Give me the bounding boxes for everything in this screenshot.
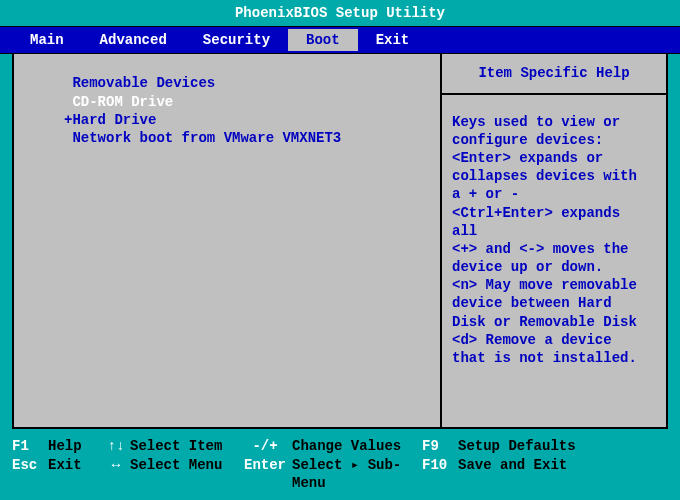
help-title: Item Specific Help xyxy=(442,54,666,94)
label-select-submenu: Select ▸ Sub-Menu xyxy=(292,456,422,492)
tab-exit[interactable]: Exit xyxy=(358,29,428,51)
label-change-values: Change Values xyxy=(292,437,422,455)
arrow-leftright-icon: ↔ xyxy=(102,456,130,474)
bios-setup-window: PhoenixBIOS Setup Utility Main Advanced … xyxy=(0,0,680,500)
boot-item-removable[interactable]: Removable Devices xyxy=(64,74,430,92)
label-setup-defaults: Setup Defaults xyxy=(458,437,668,455)
key-minus-plus: -/+ xyxy=(238,437,292,455)
tab-security[interactable]: Security xyxy=(185,29,288,51)
key-f9[interactable]: F9 xyxy=(422,437,458,455)
footer-help-bar: F1 Help ↑↓ Select Item -/+ Change Values… xyxy=(0,433,680,500)
key-enter: Enter xyxy=(238,456,292,474)
help-body: Keys used to view or configure devices: … xyxy=(442,95,666,386)
label-select-menu: Select Menu xyxy=(130,456,238,474)
footer-row-2: Esc Exit ↔ Select Menu Enter Select ▸ Su… xyxy=(12,456,668,492)
boot-item-hard-drive[interactable]: +Hard Drive xyxy=(64,111,430,129)
app-title: PhoenixBIOS Setup Utility xyxy=(235,5,445,21)
label-save-exit: Save and Exit xyxy=(458,456,668,474)
boot-order-panel: Removable Devices CD-ROM Drive +Hard Dri… xyxy=(14,54,442,427)
footer-row-1: F1 Help ↑↓ Select Item -/+ Change Values… xyxy=(12,437,668,455)
key-esc[interactable]: Esc xyxy=(12,456,48,474)
key-f1[interactable]: F1 xyxy=(12,437,48,455)
main-area: Removable Devices CD-ROM Drive +Hard Dri… xyxy=(12,54,668,429)
label-help: Help xyxy=(48,437,102,455)
tab-advanced[interactable]: Advanced xyxy=(82,29,185,51)
help-panel: Item Specific Help Keys used to view or … xyxy=(442,54,666,427)
arrow-updown-icon: ↑↓ xyxy=(102,437,130,455)
key-f10[interactable]: F10 xyxy=(422,456,458,474)
label-select-item: Select Item xyxy=(130,437,238,455)
menu-bar: Main Advanced Security Boot Exit xyxy=(0,26,680,54)
title-bar: PhoenixBIOS Setup Utility xyxy=(0,0,680,26)
tab-boot[interactable]: Boot xyxy=(288,29,358,51)
tab-main[interactable]: Main xyxy=(12,29,82,51)
label-exit: Exit xyxy=(48,456,102,474)
boot-item-cdrom[interactable]: CD-ROM Drive xyxy=(64,93,430,111)
boot-item-network[interactable]: Network boot from VMware VMXNET3 xyxy=(64,129,430,147)
